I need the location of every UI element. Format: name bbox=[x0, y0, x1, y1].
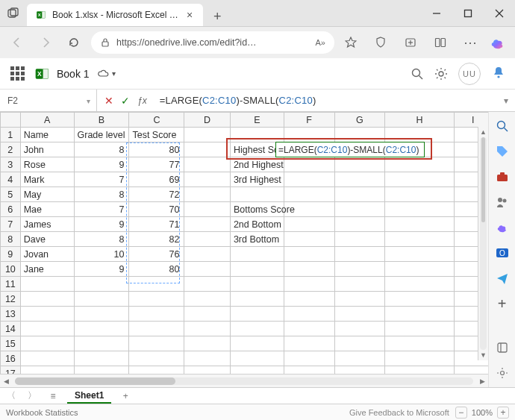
reader-mode-label[interactable]: A» bbox=[316, 38, 325, 47]
cell-E3[interactable]: 2nd Highest bbox=[230, 157, 284, 172]
cell-F9[interactable] bbox=[284, 247, 334, 262]
row-header[interactable]: 16 bbox=[1, 351, 21, 366]
cell-C7[interactable]: 71 bbox=[129, 217, 184, 232]
cell-F12[interactable] bbox=[284, 292, 334, 307]
cell-A1[interactable]: Name bbox=[20, 128, 74, 142]
cell-B3[interactable]: 9 bbox=[74, 157, 129, 172]
cell-E5[interactable] bbox=[230, 187, 284, 202]
cell-C12[interactable] bbox=[129, 292, 184, 307]
cell-G3[interactable] bbox=[334, 157, 385, 172]
cell-G15[interactable] bbox=[334, 336, 385, 351]
row-header[interactable]: 14 bbox=[1, 322, 21, 336]
row-header[interactable]: 6 bbox=[1, 202, 21, 217]
col-header[interactable]: D bbox=[184, 113, 231, 128]
col-header[interactable]: E bbox=[230, 113, 284, 128]
cell-F10[interactable] bbox=[284, 262, 334, 277]
cell-G1[interactable] bbox=[334, 128, 385, 142]
minimize-button[interactable] bbox=[421, 0, 452, 26]
copilot-icon[interactable] bbox=[487, 31, 509, 54]
cell-C10[interactable]: 80 bbox=[129, 262, 184, 277]
cell-B8[interactable]: 8 bbox=[74, 232, 129, 247]
cell-D14[interactable] bbox=[184, 322, 231, 336]
cell-B9[interactable]: 10 bbox=[74, 247, 129, 262]
cell-B12[interactable] bbox=[74, 292, 129, 307]
row-header[interactable]: 8 bbox=[1, 232, 21, 247]
sidebar-toolbox-icon[interactable] bbox=[494, 169, 511, 185]
formula-enter-icon[interactable]: ✓ bbox=[121, 95, 130, 107]
cell-G17[interactable] bbox=[334, 366, 385, 374]
sheet-tab-active[interactable]: Sheet1 bbox=[67, 389, 111, 404]
cell-B13[interactable] bbox=[74, 307, 129, 322]
row-header[interactable]: 2 bbox=[1, 142, 21, 157]
cell-D4[interactable] bbox=[184, 172, 231, 187]
cell-C8[interactable]: 82 bbox=[129, 232, 184, 247]
cell-A16[interactable] bbox=[20, 351, 74, 366]
cell-A6[interactable]: Mae bbox=[20, 202, 74, 217]
spreadsheet-grid[interactable]: A B C D E F G H I 1NameGrade levelTest S… bbox=[0, 112, 488, 374]
row-header[interactable]: 15 bbox=[1, 336, 21, 351]
sidebar-people-icon[interactable] bbox=[494, 194, 511, 210]
cell-B6[interactable]: 7 bbox=[74, 202, 129, 217]
row-header[interactable]: 7 bbox=[1, 217, 21, 232]
row-header[interactable]: 5 bbox=[1, 187, 21, 202]
new-tab-button[interactable]: + bbox=[207, 7, 227, 26]
all-sheets-icon[interactable]: ≡ bbox=[46, 389, 60, 403]
cell-F5[interactable] bbox=[284, 187, 334, 202]
row-header[interactable]: 17 bbox=[1, 366, 21, 374]
save-status[interactable]: ▾ bbox=[97, 68, 116, 80]
row-header[interactable]: 4 bbox=[1, 172, 21, 187]
cell-D1[interactable] bbox=[184, 128, 231, 142]
col-header[interactable]: H bbox=[385, 113, 454, 128]
cell-B1[interactable]: Grade level bbox=[74, 128, 129, 142]
cell-D7[interactable] bbox=[184, 217, 231, 232]
col-header[interactable]: I bbox=[454, 113, 488, 128]
cell-I17[interactable] bbox=[454, 366, 488, 374]
sidebar-tag-icon[interactable] bbox=[494, 143, 511, 160]
cell-G13[interactable] bbox=[334, 307, 385, 322]
maximize-button[interactable] bbox=[452, 0, 484, 26]
cell-E13[interactable] bbox=[230, 307, 284, 322]
close-tab-icon[interactable]: × bbox=[185, 9, 194, 21]
cell-F15[interactable] bbox=[284, 336, 334, 351]
zoom-out-button[interactable]: − bbox=[455, 407, 467, 419]
cell-F1[interactable] bbox=[284, 128, 334, 142]
cell-H5[interactable] bbox=[385, 187, 454, 202]
cell-G9[interactable] bbox=[334, 247, 385, 262]
cell-F14[interactable] bbox=[284, 322, 334, 336]
cell-B7[interactable]: 9 bbox=[74, 217, 129, 232]
cell-C1[interactable]: Test Score bbox=[129, 128, 184, 142]
cell-C9[interactable]: 76 bbox=[129, 247, 184, 262]
cell-B5[interactable]: 8 bbox=[74, 187, 129, 202]
cell-B17[interactable] bbox=[74, 366, 129, 374]
cell-A2[interactable]: John bbox=[20, 142, 74, 157]
browser-tab-active[interactable]: X Book 1.xlsx - Microsoft Excel Onl × bbox=[27, 4, 203, 26]
col-header[interactable]: C bbox=[129, 113, 184, 128]
cell-G7[interactable] bbox=[334, 217, 385, 232]
cell-E10[interactable] bbox=[230, 262, 284, 277]
split-screen-icon[interactable] bbox=[430, 32, 451, 53]
cell-H4[interactable] bbox=[385, 172, 454, 187]
scroll-thumb[interactable] bbox=[15, 377, 175, 385]
col-header[interactable]: F bbox=[284, 113, 334, 128]
cell-A11[interactable] bbox=[20, 277, 74, 292]
vertical-scrollbar[interactable]: ▲ ▼ bbox=[478, 127, 488, 360]
cell-D13[interactable] bbox=[184, 307, 231, 322]
cell-E15[interactable] bbox=[230, 336, 284, 351]
cell-A12[interactable] bbox=[20, 292, 74, 307]
cell-D15[interactable] bbox=[184, 336, 231, 351]
settings-gear-icon[interactable] bbox=[434, 67, 448, 81]
cell-E12[interactable] bbox=[230, 292, 284, 307]
scroll-right-icon[interactable]: ▶ bbox=[476, 377, 488, 385]
cell-E9[interactable] bbox=[230, 247, 284, 262]
formula-cancel-icon[interactable]: ✕ bbox=[104, 95, 113, 107]
cell-C13[interactable] bbox=[129, 307, 184, 322]
cell-D16[interactable] bbox=[184, 351, 231, 366]
cell-H16[interactable] bbox=[385, 351, 454, 366]
cell-C5[interactable]: 72 bbox=[129, 187, 184, 202]
sidebar-send-icon[interactable] bbox=[494, 270, 511, 286]
row-header[interactable]: 1 bbox=[1, 128, 21, 142]
cell-C15[interactable] bbox=[129, 336, 184, 351]
cell-C2[interactable]: 80 bbox=[129, 142, 184, 157]
cell-B2[interactable]: 8 bbox=[74, 142, 129, 157]
cell-H11[interactable] bbox=[385, 277, 454, 292]
